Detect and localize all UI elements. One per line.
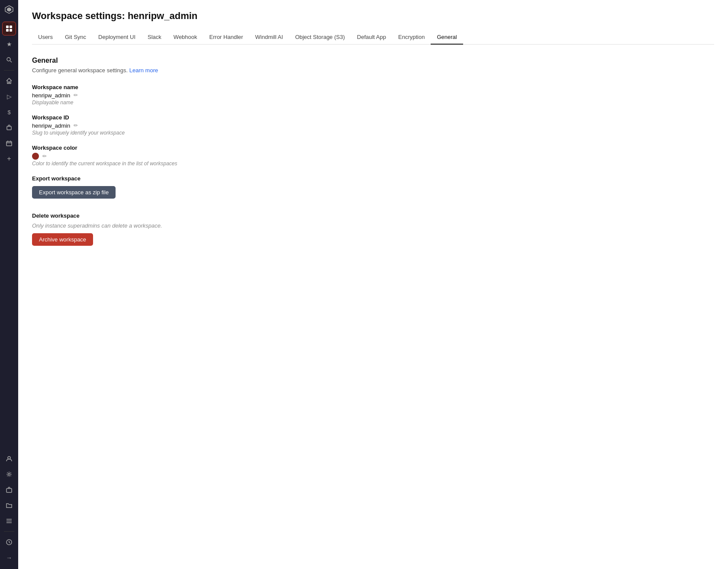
svg-rect-8 — [7, 126, 11, 130]
export-button-container: Export workspace as zip file — [32, 186, 714, 199]
sidebar: ★ ▷ $ + — [0, 0, 18, 569]
general-section-desc: Configure general workspace settings. Le… — [32, 67, 714, 74]
home-icon[interactable] — [2, 74, 16, 88]
svg-line-7 — [10, 61, 12, 63]
svg-rect-3 — [10, 26, 12, 28]
delete-hint: Only instance superadmins can delete a w… — [32, 222, 714, 229]
workspace-name-field: Workspace name henripw_admin ✏ Displayab… — [32, 84, 714, 106]
tab-deployment-ui[interactable]: Deployment UI — [92, 30, 142, 45]
workspace-id-field: Workspace ID henripw_admin ✏ Slug to uni… — [32, 114, 714, 136]
workspace-color-row: ✏ — [32, 153, 714, 160]
workspace-id-label: Workspace ID — [32, 114, 714, 121]
tab-error-handler[interactable]: Error Handler — [203, 30, 249, 45]
dollar-icon[interactable]: $ — [2, 105, 16, 119]
workspace-color-hint: Color to identify the current workspace … — [32, 161, 714, 167]
export-workspace-section: Export workspace Export workspace as zip… — [32, 175, 714, 199]
workspace-id-hint: Slug to uniquely identify your workspace — [32, 130, 714, 136]
svg-rect-4 — [6, 29, 9, 32]
workspace-name-row: henripw_admin ✏ — [32, 92, 714, 99]
general-section-title: General — [32, 57, 714, 64]
calendar-icon[interactable] — [2, 136, 16, 150]
user-icon[interactable] — [2, 452, 16, 466]
svg-rect-9 — [6, 141, 12, 146]
folder-icon[interactable] — [2, 498, 16, 512]
workspace-name-value: henripw_admin — [32, 92, 70, 99]
tabs-bar: Users Git Sync Deployment UI Slack Webho… — [32, 30, 714, 45]
workspace-color-field: Workspace color ✏ Color to identify the … — [32, 145, 714, 167]
tab-default-app[interactable]: Default App — [351, 30, 392, 45]
workspace-icon[interactable] — [2, 22, 16, 35]
search-icon[interactable] — [2, 53, 16, 67]
svg-point-14 — [8, 473, 10, 476]
tab-webhook[interactable]: Webhook — [168, 30, 203, 45]
delete-workspace-section: Delete workspace Only instance superadmi… — [32, 212, 714, 246]
page-title: Workspace settings: henripw_admin — [32, 10, 714, 22]
svg-marker-1 — [7, 7, 11, 12]
svg-point-13 — [8, 456, 10, 459]
svg-point-6 — [7, 58, 10, 61]
tab-general[interactable]: General — [431, 30, 463, 45]
workspace-name-edit-icon[interactable]: ✏ — [74, 92, 78, 98]
learn-more-link[interactable]: Learn more — [129, 67, 158, 74]
tab-git-sync[interactable]: Git Sync — [59, 30, 92, 45]
content-area: Workspace settings: henripw_admin Users … — [18, 0, 728, 569]
delete-hint-container: Only instance superadmins can delete a w… — [32, 222, 714, 246]
clock-icon[interactable] — [2, 535, 16, 549]
workspace-id-row: henripw_admin ✏ — [32, 122, 714, 129]
archive-workspace-button[interactable]: Archive workspace — [32, 233, 93, 246]
add-icon[interactable]: + — [2, 152, 16, 166]
workspace-color-swatch[interactable] — [32, 153, 39, 160]
main-content: Workspace settings: henripw_admin Users … — [18, 0, 728, 569]
tab-slack[interactable]: Slack — [142, 30, 168, 45]
tab-windmill-ai[interactable]: Windmill AI — [249, 30, 289, 45]
tab-object-storage[interactable]: Object Storage (S3) — [289, 30, 351, 45]
workspace-id-value: henripw_admin — [32, 122, 70, 129]
svg-rect-5 — [10, 29, 12, 32]
tab-encryption[interactable]: Encryption — [392, 30, 431, 45]
settings-icon[interactable] — [2, 467, 16, 481]
play-icon[interactable]: ▷ — [2, 90, 16, 103]
export-zip-button[interactable]: Export workspace as zip file — [32, 186, 116, 199]
svg-rect-15 — [6, 489, 12, 492]
list-icon[interactable] — [2, 514, 16, 528]
workspace-id-edit-icon[interactable]: ✏ — [74, 122, 78, 129]
workspace-color-label: Workspace color — [32, 145, 714, 151]
tab-users[interactable]: Users — [32, 30, 59, 45]
workspace-name-label: Workspace name — [32, 84, 714, 90]
logo[interactable] — [3, 3, 15, 16]
package-icon[interactable] — [2, 121, 16, 135]
workspace-color-edit-icon[interactable]: ✏ — [42, 153, 47, 159]
briefcase-icon[interactable] — [2, 483, 16, 497]
delete-workspace-label: Delete workspace — [32, 212, 714, 219]
workspace-name-hint: Displayable name — [32, 100, 714, 106]
arrow-right-icon[interactable]: → — [2, 551, 16, 565]
svg-rect-2 — [6, 26, 9, 28]
export-workspace-label: Export workspace — [32, 175, 714, 182]
star-icon[interactable]: ★ — [2, 37, 16, 51]
